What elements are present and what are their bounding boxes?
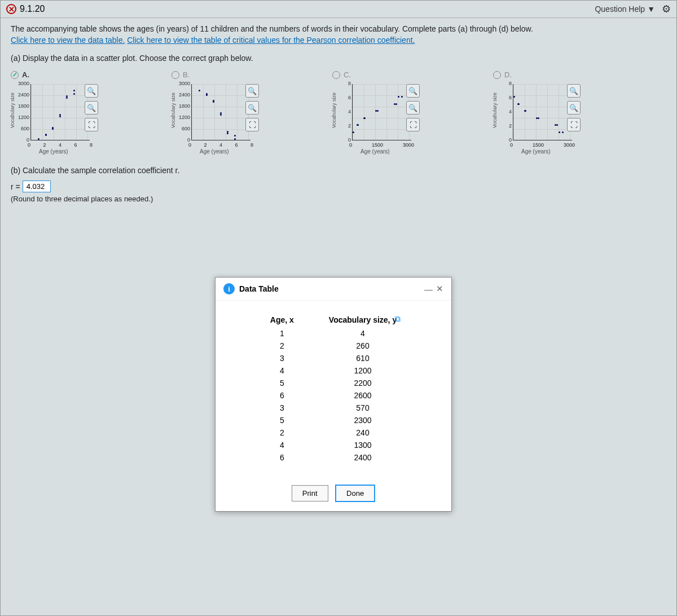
header-right: Question Help ▼ ⚙ — [595, 3, 671, 15]
chart-a-ylabel: Vocabulary size — [10, 93, 15, 128]
expand-icon[interactable]: ⛶ — [245, 118, 259, 131]
zoom-in-icon[interactable]: 🔍 — [406, 84, 420, 98]
radio-c[interactable] — [332, 71, 340, 79]
modal-close-button[interactable]: — ✕ — [424, 284, 443, 294]
option-b-label: B. — [172, 71, 321, 79]
modal-footer: Print Done — [216, 476, 451, 511]
chart-a-controls: 🔍 🔍 ⛶ — [85, 84, 98, 131]
option-c-label: C. — [332, 71, 482, 79]
close-icon: ✕ — [436, 284, 443, 294]
chart-d-xticks: 0 1500 3000 — [510, 142, 575, 148]
zoom-out-icon[interactable]: 🔍 — [245, 101, 259, 115]
critical-values-link[interactable]: Click here to view the table of critical… — [127, 36, 415, 45]
modal-body: ⧉ Age, x Vocabulary size, y 14 2260 3610… — [216, 301, 451, 476]
scatter-options-row: A. Vocabulary size 3000 2400 1800 1200 6… — [11, 71, 666, 155]
table-row: 3570 — [253, 402, 414, 413]
question-panel: ✕ 9.1.20 Question Help ▼ ⚙ The accompany… — [0, 0, 677, 616]
table-row: 41300 — [253, 439, 414, 451]
chart-b: Vocabulary size 3000 2400 1800 1200 600 … — [172, 81, 259, 155]
chart-a-plot — [30, 84, 90, 140]
chart-d-xlabel: Age (years) — [521, 148, 551, 155]
table-row: 52300 — [253, 415, 414, 426]
expand-icon[interactable]: ⛶ — [567, 118, 581, 131]
r-input-row: r = — [11, 181, 666, 192]
intro-text: The accompanying table shows the ages (i… — [11, 24, 666, 46]
r-prefix: r = — [11, 182, 20, 191]
chart-b-plot — [191, 84, 250, 140]
data-table-modal: i Data Table — ✕ ⧉ Age, x Vocabulary siz… — [215, 277, 452, 512]
table-row: 3610 — [253, 353, 414, 364]
r-value-input[interactable] — [23, 181, 51, 192]
modal-title-text: Data Table — [239, 284, 279, 293]
header-bar: ✕ 9.1.20 Question Help ▼ ⚙ — [1, 1, 676, 18]
intro-line1: The accompanying table shows the ages (i… — [11, 24, 533, 33]
zoom-in-icon[interactable]: 🔍 — [567, 84, 581, 98]
option-d-text: D. — [504, 71, 512, 79]
chart-a-yticks: 3000 2400 1800 1200 600 0 — [15, 81, 29, 149]
zoom-in-icon[interactable]: 🔍 — [245, 84, 259, 98]
info-icon: i — [223, 283, 235, 294]
zoom-out-icon[interactable]: 🔍 — [567, 101, 581, 115]
modal-header: i Data Table — ✕ — [216, 278, 451, 301]
part-a-prompt: (a) Display the data in a scatter plot. … — [11, 54, 666, 63]
chart-c-controls: 🔍 🔍 ⛶ — [406, 84, 420, 131]
radio-a-checked[interactable] — [11, 71, 19, 79]
option-c[interactable]: C. Vocabulary size 8 6 4 2 0 — [332, 71, 482, 155]
option-b-text: B. — [183, 71, 190, 79]
option-a[interactable]: A. Vocabulary size 3000 2400 1800 1200 6… — [11, 71, 160, 155]
chart-c-yticks: 8 6 4 2 0 — [337, 81, 351, 149]
table-row: 14 — [253, 328, 414, 339]
zoom-out-icon[interactable]: 🔍 — [85, 101, 98, 115]
option-a-label: A. — [11, 71, 160, 79]
header-left: ✕ 9.1.20 — [6, 4, 45, 14]
gear-icon[interactable]: ⚙ — [662, 3, 671, 15]
data-table-body: 14 2260 3610 41200 52200 62600 3570 5230… — [253, 328, 414, 463]
option-c-text: C. — [344, 71, 351, 79]
chart-b-ylabel: Vocabulary size — [170, 93, 176, 128]
chart-c: Vocabulary size 8 6 4 2 0 — [332, 81, 420, 155]
table-row: 41200 — [253, 365, 414, 376]
chart-c-ylabel: Vocabulary size — [331, 93, 337, 128]
col-age: Age, x — [253, 313, 311, 327]
chart-b-yticks: 3000 2400 1800 1200 600 0 — [176, 81, 190, 149]
chart-a: Vocabulary size 3000 2400 1800 1200 600 … — [11, 81, 98, 155]
chart-b-xticks: 0 2 4 6 8 — [188, 142, 253, 148]
data-table: Age, x Vocabulary size, y 14 2260 3610 4… — [252, 312, 415, 464]
option-d-label: D. — [493, 71, 643, 79]
zoom-in-icon[interactable]: 🔍 — [85, 84, 98, 98]
chart-d: Vocabulary size 8 6 4 2 0 — [493, 81, 581, 155]
expand-icon[interactable]: ⛶ — [85, 118, 98, 131]
copy-icon[interactable]: ⧉ — [395, 314, 401, 324]
option-a-text: A. — [22, 71, 29, 79]
expand-icon[interactable]: ⛶ — [406, 118, 420, 131]
print-button[interactable]: Print — [292, 485, 328, 501]
modal-title: i Data Table — [223, 283, 279, 294]
chart-d-plot — [513, 84, 572, 140]
question-number: 9.1.20 — [20, 4, 45, 14]
option-b[interactable]: B. Vocabulary size 3000 2400 1800 1200 6… — [172, 71, 321, 155]
option-d[interactable]: D. Vocabulary size 8 6 4 2 0 — [493, 71, 643, 155]
chart-c-xlabel: Age (years) — [361, 148, 390, 155]
minimize-icon: — — [424, 284, 433, 294]
chart-d-ylabel: Vocabulary size — [492, 93, 498, 128]
chart-b-controls: 🔍 🔍 ⛶ — [245, 84, 259, 131]
incorrect-icon: ✕ — [6, 4, 16, 14]
radio-d[interactable] — [493, 71, 501, 79]
round-note: (Round to three decimal places as needed… — [11, 195, 666, 203]
chart-a-xlabel: Age (years) — [39, 148, 68, 155]
chart-d-yticks: 8 6 4 2 0 — [498, 81, 512, 149]
question-help-label: Question Help — [595, 5, 645, 14]
table-row: 2260 — [253, 340, 414, 351]
data-table-link[interactable]: Click here to view the data table. — [11, 36, 125, 45]
radio-b[interactable] — [172, 71, 179, 79]
zoom-out-icon[interactable]: 🔍 — [406, 101, 420, 115]
chart-a-xticks: 0 2 4 6 8 — [28, 142, 93, 148]
chart-c-xticks: 0 1500 3000 — [349, 142, 414, 148]
table-row: 52200 — [253, 377, 414, 389]
table-row: 62600 — [253, 390, 414, 401]
chart-d-controls: 🔍 🔍 ⛶ — [567, 84, 581, 131]
table-row: 62400 — [253, 452, 414, 463]
question-help-dropdown[interactable]: Question Help ▼ — [595, 5, 655, 14]
chart-b-xlabel: Age (years) — [200, 148, 229, 155]
done-button[interactable]: Done — [335, 485, 375, 502]
